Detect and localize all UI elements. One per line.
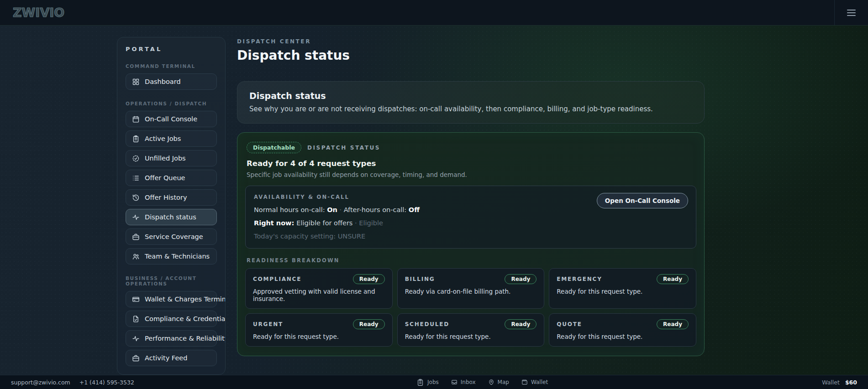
briefcase-icon [132,354,140,362]
sidebar-item-offer-queue[interactable]: Offer Queue [126,170,217,186]
sidebar-title: PORTAL [126,46,217,52]
sidebar-item-label: Activity Feed [145,354,187,362]
support-phone: +1 (414) 595-3532 [79,379,134,386]
readiness-card-description: Ready via card-on-file billing path. [405,288,537,295]
zwivio-logo: ZWIVIO [13,5,64,20]
readiness-card-description: Ready for this request type. [253,333,385,340]
availability-lines: Normal hours on-call: On · After-hours o… [254,206,688,240]
sidebar-item-activity-feed[interactable]: Activity Feed [126,350,217,366]
sidebar-item-compliance-credentials[interactable]: Compliance & Credentials [126,311,217,327]
availability-line: Right now: Eligible for offers · Eligibl… [254,219,688,227]
footer-nav-map[interactable]: Map [488,379,509,386]
readiness-card-emergency: EMERGENCYReadyReady for this request typ… [549,268,696,309]
sidebar-item-team-technicians[interactable]: Team & Technicians [126,248,217,265]
sidebar-item-label: Unfilled Jobs [145,155,186,162]
footer-nav-label: Wallet [531,379,548,385]
status-card-header: Dispatchable DISPATCH STATUS [245,142,696,153]
sidebar-item-dashboard[interactable]: Dashboard [126,73,217,90]
footer-nav-jobs[interactable]: Jobs [416,379,439,386]
users-icon [132,253,140,260]
main-content: DISPATCH CENTER Dispatch status Dispatch… [237,26,728,375]
target-dashed-icon [132,155,140,162]
readiness-card-description: Ready for this request type. [557,333,689,340]
app-root: ZWIVIO PORTAL COMMAND TERMINALDashboardO… [0,0,868,389]
dispatchable-badge: Dispatchable [247,142,301,153]
sidebar-item-label: Offer Queue [145,174,185,182]
sidebar-item-label: Offer History [145,194,187,201]
sidebar-item-label: Compliance & Credentials [145,315,226,322]
footer-nav-label: Map [498,379,509,385]
sidebar: PORTAL COMMAND TERMINALDashboardOPERATIO… [117,37,226,375]
sidebar-section-label: COMMAND TERMINAL [126,63,217,69]
readiness-card-header: QUOTEReady [557,319,689,329]
ready-status-badge: Ready [657,274,689,284]
file-check-icon [132,315,140,323]
sidebar-item-label: Service Coverage [145,233,203,240]
wallet-amount: $60 [845,379,857,386]
readiness-card-header: BILLINGReady [405,274,537,284]
sidebar-item-dispatch-status[interactable]: Dispatch status [126,209,217,225]
footer-contact: support@zwivio.com +1 (414) 595-3532 [11,379,134,386]
readiness-card-description: Ready for this request type. [557,288,689,295]
page-title: Dispatch status [237,48,728,63]
readiness-card-quote: QUOTEReadyReady for this request type. [549,313,696,347]
content-shell: PORTAL COMMAND TERMINALDashboardOPERATIO… [0,26,868,375]
clipboard-icon [132,135,140,143]
sidebar-item-offer-history[interactable]: Offer History [126,189,217,206]
sidebar-section-label: OPERATIONS / DISPATCH [126,101,217,106]
footer-wallet: Wallet $60 [822,379,857,386]
readiness-card-description: Ready for this request type. [405,333,537,340]
readiness-card-title: BILLING [405,276,435,282]
readiness-card-title: QUOTE [557,321,582,327]
calendar-icon [132,115,140,123]
map-pin-icon [488,379,494,385]
readiness-card-urgent: URGENTReadyReady for this request type. [245,313,393,347]
menu-button[interactable] [834,0,868,25]
sidebar-item-service-coverage[interactable]: Service Coverage [126,228,217,245]
readiness-card-scheduled: SCHEDULEDReadyReady for this request typ… [397,313,545,347]
history-clock-icon [132,194,140,202]
footer-nav: JobsInboxMapWallet [416,379,548,386]
footer-nav-wallet[interactable]: Wallet [521,379,548,386]
ready-status-badge: Ready [353,319,385,329]
sidebar-item-label: Wallet & Charges Terminal [145,296,226,303]
dispatch-status-card: Dispatchable DISPATCH STATUS Ready for 4… [237,132,705,356]
readiness-card-title: SCHEDULED [405,321,449,327]
clipboard-icon [416,379,424,386]
breadcrumb: DISPATCH CENTER [237,38,728,45]
sidebar-item-performance-reliability[interactable]: Performance & Reliability [126,330,217,347]
sidebar-item-active-jobs[interactable]: Active Jobs [126,130,217,147]
sidebar-item-label: Dashboard [145,78,181,85]
intro-card-title: Dispatch status [249,91,692,101]
status-card-label: DISPATCH STATUS [307,145,380,151]
hamburger-menu-icon[interactable] [847,10,856,16]
status-subtext: Specific job availability still depends … [247,171,696,178]
sidebar-item-label: Dispatch status [145,213,196,221]
top-bar: ZWIVIO [0,0,868,26]
open-oncall-console-button[interactable]: Open On-Call Console [597,193,688,208]
readiness-card-header: COMPLIANCEReady [253,274,385,284]
support-email: support@zwivio.com [11,379,70,386]
readiness-breakdown-label: READINESS BREAKDOWN [247,257,696,264]
readiness-card-header: EMERGENCYReady [557,274,689,284]
briefcase-icon [132,233,140,241]
intro-card-description: See why you are or are not receiving dis… [249,105,692,113]
readiness-card-description: Approved vetting with valid license and … [253,288,385,302]
ready-status-badge: Ready [505,274,537,284]
sidebar-item-on-call-console[interactable]: On-Call Console [126,111,217,127]
footer-nav-label: Jobs [427,379,439,385]
sidebar-item-wallet-charges-terminal[interactable]: Wallet & Charges Terminal [126,291,217,307]
footer-bar: support@zwivio.com +1 (414) 595-3532 Job… [0,375,868,389]
sidebar-sections: COMMAND TERMINALDashboardOPERATIONS / DI… [126,63,217,375]
footer-nav-inbox[interactable]: Inbox [451,379,476,386]
readiness-card-title: COMPLIANCE [253,276,301,282]
sidebar-item-unfilled-jobs[interactable]: Unfilled Jobs [126,150,217,166]
readiness-card-billing: BILLINGReadyReady via card-on-file billi… [397,268,545,309]
readiness-grid: COMPLIANCEReadyApproved vetting with val… [245,268,696,347]
activity-pulse-icon [132,335,140,342]
wallet-icon [521,379,528,385]
sidebar-item-label: Team & Technicians [145,253,210,260]
readiness-card-compliance: COMPLIANCEReadyApproved vetting with val… [245,268,393,309]
dashboard-grid-icon [132,78,140,86]
ready-status-badge: Ready [505,319,537,329]
